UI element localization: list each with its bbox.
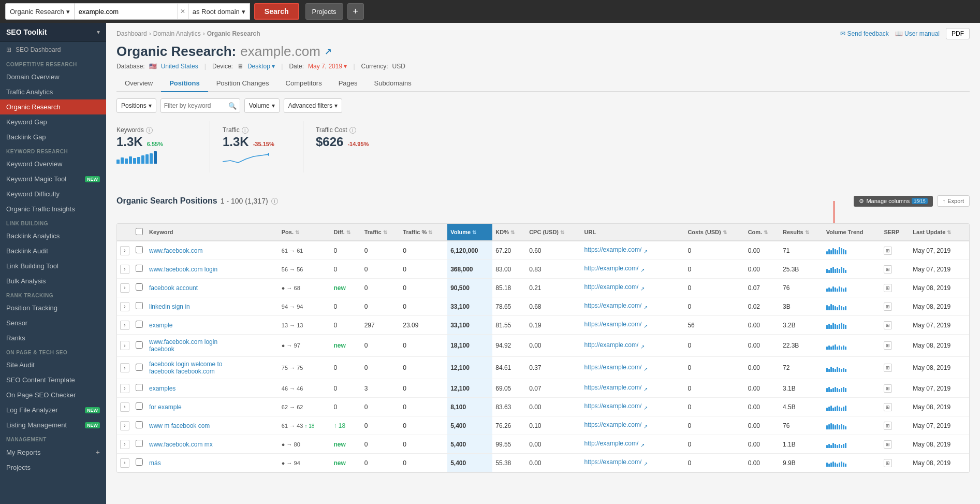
sidebar-item-my-reports[interactable]: My Reports + bbox=[0, 444, 106, 460]
serp-icon[interactable]: ⊞ bbox=[884, 364, 892, 372]
external-link-icon[interactable]: ↗ bbox=[643, 323, 648, 329]
user-manual-link[interactable]: 📖 User manual bbox=[895, 30, 940, 37]
sidebar-item-organic-traffic-insights[interactable]: Organic Traffic Insights bbox=[0, 201, 106, 217]
serp-icon[interactable]: ⊞ bbox=[884, 265, 892, 273]
tab-overview[interactable]: Overview bbox=[116, 75, 161, 92]
results-col-header[interactable]: Results ⇅ bbox=[780, 224, 823, 241]
url-col-header[interactable]: URL bbox=[581, 224, 685, 241]
external-link-icon[interactable]: ↗ bbox=[643, 405, 648, 411]
serp-icon[interactable]: ⊞ bbox=[884, 422, 892, 430]
info-icon[interactable]: i bbox=[146, 127, 153, 134]
url-link[interactable]: https://example.com/ bbox=[584, 364, 642, 371]
breadcrumb-domain-analytics[interactable]: Domain Analytics bbox=[153, 30, 201, 37]
sidebar-item-organic-research[interactable]: Organic Research bbox=[0, 99, 106, 114]
sidebar-item-seo-content-template[interactable]: SEO Content Template bbox=[0, 372, 106, 387]
row-checkbox[interactable] bbox=[136, 402, 143, 410]
keyword-link[interactable]: facebook account bbox=[149, 284, 198, 292]
external-link-icon[interactable]: ↗ bbox=[640, 442, 645, 448]
search-input[interactable] bbox=[75, 3, 178, 20]
update-col-header[interactable]: Last Update ⇅ bbox=[910, 224, 969, 241]
row-checkbox[interactable] bbox=[136, 302, 143, 309]
serp-icon[interactable]: ⊞ bbox=[884, 440, 892, 449]
sidebar-item-dashboard[interactable]: ⊞ SEO Dashboard bbox=[0, 42, 106, 57]
row-checkbox[interactable] bbox=[136, 440, 143, 447]
external-link-icon[interactable]: ↗ bbox=[640, 267, 645, 273]
row-checkbox[interactable] bbox=[136, 421, 143, 428]
clear-search-icon[interactable]: ✕ bbox=[178, 3, 188, 20]
url-link[interactable]: https://example.com/ bbox=[584, 421, 642, 428]
advanced-filters-dropdown[interactable]: Advanced filters ▾ bbox=[284, 98, 342, 113]
serp-icon[interactable]: ⊞ bbox=[884, 459, 892, 467]
keyword-link[interactable]: for example bbox=[149, 404, 182, 411]
sidebar-item-backlink-analytics[interactable]: Backlink Analytics bbox=[0, 228, 106, 243]
expand-row-button[interactable]: › bbox=[120, 458, 129, 468]
external-link-icon[interactable]: ↗ bbox=[640, 286, 645, 292]
external-link-icon[interactable]: ↗ bbox=[643, 424, 648, 429]
tab-positions[interactable]: Positions bbox=[161, 75, 208, 92]
sidebar-item-on-page-seo-checker[interactable]: On Page SEO Checker bbox=[0, 387, 106, 402]
sidebar-item-position-tracking[interactable]: Position Tracking bbox=[0, 300, 106, 315]
costs-col-header[interactable]: Costs (USD) ⇅ bbox=[684, 224, 744, 241]
add-project-button[interactable]: + bbox=[347, 3, 364, 20]
external-link-icon[interactable]: ↗ bbox=[325, 47, 331, 56]
url-link[interactable]: http://example.com/ bbox=[584, 341, 639, 349]
info-icon[interactable]: i bbox=[271, 198, 278, 205]
keyword-link[interactable]: examples bbox=[149, 385, 175, 392]
row-checkbox[interactable] bbox=[136, 246, 143, 253]
expand-row-button[interactable]: › bbox=[120, 384, 129, 393]
expand-row-button[interactable]: › bbox=[120, 402, 129, 412]
tab-subdomains[interactable]: Subdomains bbox=[366, 75, 420, 92]
add-report-icon[interactable]: + bbox=[96, 448, 100, 456]
sidebar-item-log-file-analyzer[interactable]: Log File Analyzer NEW bbox=[0, 402, 106, 417]
manage-columns-button[interactable]: ⚙ Manage columns 15/15 bbox=[854, 196, 932, 207]
com-col-header[interactable]: Com. ⇅ bbox=[745, 224, 780, 241]
row-checkbox[interactable] bbox=[136, 265, 143, 272]
traffic-pct-col-header[interactable]: Traffic % ⇅ bbox=[400, 224, 447, 241]
tab-position-changes[interactable]: Position Changes bbox=[208, 75, 277, 92]
sidebar-item-backlink-gap[interactable]: Backlink Gap bbox=[0, 129, 106, 145]
sidebar-logo[interactable]: SEO Toolkit ▾ bbox=[0, 23, 106, 42]
export-button[interactable]: ↑ Export bbox=[937, 195, 970, 207]
traffic-col-header[interactable]: Traffic ⇅ bbox=[361, 224, 400, 241]
sidebar-item-site-audit[interactable]: Site Audit bbox=[0, 357, 106, 372]
row-checkbox[interactable] bbox=[136, 458, 143, 466]
tab-competitors[interactable]: Competitors bbox=[277, 75, 330, 92]
device-value[interactable]: Desktop ▾ bbox=[247, 63, 275, 70]
expand-row-button[interactable]: › bbox=[120, 363, 129, 372]
sidebar-item-sensor[interactable]: Sensor bbox=[0, 315, 106, 330]
keyword-link[interactable]: www.facebook.com login bbox=[149, 266, 217, 273]
serp-icon[interactable]: ⊞ bbox=[884, 321, 892, 329]
serp-icon[interactable]: ⊞ bbox=[884, 284, 892, 292]
row-checkbox[interactable] bbox=[136, 341, 143, 349]
sidebar-item-bulk-analysis[interactable]: Bulk Analysis bbox=[0, 273, 106, 289]
pos-col-header[interactable]: Pos. ⇅ bbox=[279, 224, 331, 241]
sidebar-item-keyword-overview[interactable]: Keyword Overview bbox=[0, 156, 106, 171]
database-value[interactable]: United States bbox=[161, 63, 198, 70]
tab-pages[interactable]: Pages bbox=[330, 75, 366, 92]
volume-col-header[interactable]: Volume ⇅ bbox=[447, 224, 492, 241]
info-icon[interactable]: i bbox=[349, 127, 356, 134]
expand-row-button[interactable]: › bbox=[120, 321, 129, 330]
url-link[interactable]: https://example.com/ bbox=[584, 402, 642, 410]
sidebar-item-listing-management[interactable]: Listing Management NEW bbox=[0, 417, 106, 433]
url-link[interactable]: https://example.com/ bbox=[584, 246, 642, 253]
external-link-icon[interactable]: ↗ bbox=[643, 249, 648, 254]
expand-row-button[interactable]: › bbox=[120, 421, 129, 430]
date-value[interactable]: May 7, 2019 ▾ bbox=[308, 63, 347, 70]
keyword-link[interactable]: www.facebook.com login facebook bbox=[149, 338, 242, 353]
domain-type-dropdown[interactable]: as Root domain ▾ bbox=[188, 3, 250, 20]
serp-icon[interactable]: ⊞ bbox=[884, 384, 892, 393]
keyword-link[interactable]: www.facebook.com mx bbox=[149, 441, 213, 448]
cpc-col-header[interactable]: CPC (USD) ⇅ bbox=[526, 224, 581, 241]
expand-row-button[interactable]: › bbox=[120, 246, 129, 255]
row-checkbox[interactable] bbox=[136, 384, 143, 391]
serp-icon[interactable]: ⊞ bbox=[884, 303, 892, 311]
url-link[interactable]: http://example.com/ bbox=[584, 265, 639, 272]
send-feedback-link[interactable]: ✉ Send feedback bbox=[840, 30, 888, 37]
external-link-icon[interactable]: ↗ bbox=[643, 305, 648, 310]
breadcrumb-dashboard[interactable]: Dashboard bbox=[116, 30, 147, 37]
keyword-filter-input[interactable] bbox=[164, 102, 226, 109]
info-icon[interactable]: i bbox=[242, 127, 248, 134]
url-link[interactable]: https://example.com/ bbox=[584, 302, 642, 309]
keyword-link[interactable]: www.facebook.com bbox=[149, 247, 202, 254]
